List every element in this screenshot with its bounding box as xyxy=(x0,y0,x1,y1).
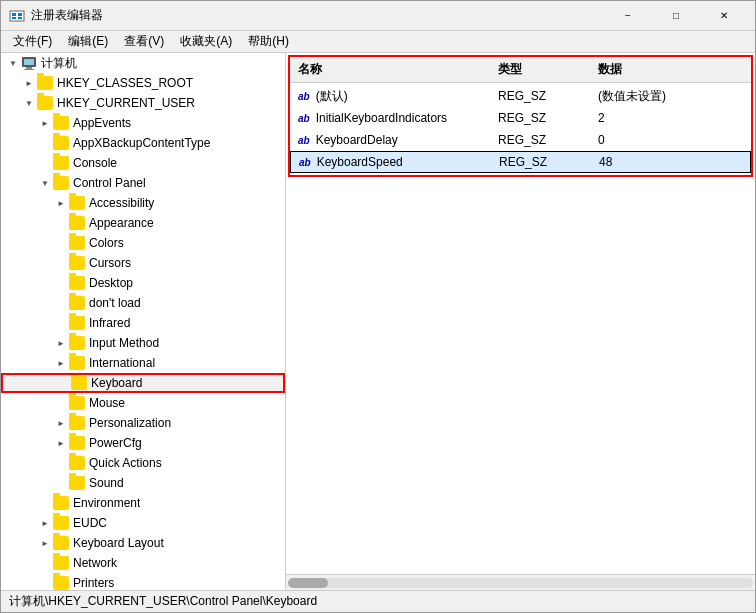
ab-icon-delay: ab xyxy=(298,135,310,146)
folder-icon-infrared xyxy=(69,316,85,330)
data-table: ab (默认) REG_SZ (数值未设置) ab InitialKeyboar… xyxy=(290,83,751,175)
tree-scroll[interactable]: ▼ 计算机 ► HKEY_CLASSES_ROOT xyxy=(1,53,285,590)
hkcu-label: HKEY_CURRENT_USER xyxy=(57,96,195,110)
title-bar-left: 注册表编辑器 xyxy=(9,7,103,24)
cell-name-delay: ab KeyboardDelay xyxy=(298,133,498,147)
tree-node-appevents[interactable]: ► AppEvents xyxy=(1,113,285,133)
mouse-label: Mouse xyxy=(89,396,125,410)
tree-node-console[interactable]: ► Console xyxy=(1,153,285,173)
expand-icon-personalization: ► xyxy=(53,415,69,431)
tree-node-hkcr[interactable]: ► HKEY_CLASSES_ROOT xyxy=(1,73,285,93)
status-text: 计算机\HKEY_CURRENT_USER\Control Panel\Keyb… xyxy=(9,593,317,610)
tree-node-personalization[interactable]: ► Personalization xyxy=(1,413,285,433)
colors-label: Colors xyxy=(89,236,124,250)
table-row[interactable]: ab KeyboardSpeed REG_SZ 48 xyxy=(290,151,751,173)
cell-type-speed: REG_SZ xyxy=(499,155,599,169)
ab-icon-speed: ab xyxy=(299,157,311,168)
tree-node-desktop[interactable]: ► Desktop xyxy=(1,273,285,293)
menu-edit[interactable]: 编辑(E) xyxy=(60,31,116,52)
computer-icon xyxy=(21,55,37,71)
tree-node-international[interactable]: ► International xyxy=(1,353,285,373)
network-label: Network xyxy=(73,556,117,570)
folder-icon-controlpanel xyxy=(53,176,69,190)
folder-icon-console xyxy=(53,156,69,170)
table-row[interactable]: ab KeyboardDelay REG_SZ 0 xyxy=(290,129,751,151)
tree-node-inputmethod[interactable]: ► Input Method xyxy=(1,333,285,353)
folder-icon-dontload xyxy=(69,296,85,310)
cell-type-indicators: REG_SZ xyxy=(498,111,598,125)
cell-name-indicators: ab InitialKeyboardIndicators xyxy=(298,111,498,125)
data-panel: 名称 类型 数据 ab (默认) REG_SZ (数值未设置) xyxy=(286,53,755,590)
tree-node-appearance[interactable]: ► Appearance xyxy=(1,213,285,233)
tree-node-keyboardlayout[interactable]: ► Keyboard Layout xyxy=(1,533,285,553)
folder-icon-inputmethod xyxy=(69,336,85,350)
tree-node-powercfg[interactable]: ► PowerCfg xyxy=(1,433,285,453)
svg-rect-7 xyxy=(26,67,32,69)
tree-node-hkcu[interactable]: ▼ HKEY_CURRENT_USER xyxy=(1,93,285,113)
quickactions-label: Quick Actions xyxy=(89,456,162,470)
tree-node-infrared[interactable]: ► Infrared xyxy=(1,313,285,333)
tree-node-cursors[interactable]: ► Cursors xyxy=(1,253,285,273)
horizontal-scrollbar[interactable] xyxy=(286,574,755,590)
tree-node-sound[interactable]: ► Sound xyxy=(1,473,285,493)
tree-node-accessibility[interactable]: ► Accessibility xyxy=(1,193,285,213)
table-row[interactable]: ab (默认) REG_SZ (数值未设置) xyxy=(290,85,751,107)
cell-value-indicators: 2 xyxy=(598,111,743,125)
header-name: 名称 xyxy=(298,61,498,78)
menu-help[interactable]: 帮助(H) xyxy=(240,31,297,52)
main-window: 注册表编辑器 − □ ✕ 文件(F) 编辑(E) 查看(V) 收藏夹(A) 帮助… xyxy=(0,0,756,613)
svg-rect-8 xyxy=(24,69,34,70)
appearance-label: Appearance xyxy=(89,216,154,230)
folder-icon-quickactions xyxy=(69,456,85,470)
folder-icon-desktop xyxy=(69,276,85,290)
maximize-button[interactable]: □ xyxy=(653,1,699,31)
tree-node-printers[interactable]: ► Printers xyxy=(1,573,285,590)
svg-rect-4 xyxy=(18,17,22,19)
cell-value-default: (数值未设置) xyxy=(598,88,743,105)
tree-node-quickactions[interactable]: ► Quick Actions xyxy=(1,453,285,473)
expand-icon-accessibility: ► xyxy=(53,195,69,211)
tree-node-colors[interactable]: ► Colors xyxy=(1,233,285,253)
folder-icon-hkcu xyxy=(37,96,53,110)
svg-rect-2 xyxy=(18,13,22,16)
menu-favorites[interactable]: 收藏夹(A) xyxy=(172,31,240,52)
keyboardlayout-label: Keyboard Layout xyxy=(73,536,164,550)
window-title: 注册表编辑器 xyxy=(31,7,103,24)
menu-view[interactable]: 查看(V) xyxy=(116,31,172,52)
svg-rect-6 xyxy=(24,59,34,65)
tree-node-controlpanel[interactable]: ▼ Control Panel xyxy=(1,173,285,193)
tree-node-keyboard[interactable]: ► Keyboard xyxy=(1,373,285,393)
table-row[interactable]: ab InitialKeyboardIndicators REG_SZ 2 xyxy=(290,107,751,129)
tree-node-dontload[interactable]: ► don't load xyxy=(1,293,285,313)
main-content: ▼ 计算机 ► HKEY_CLASSES_ROOT xyxy=(1,53,755,590)
cell-type-default: REG_SZ xyxy=(498,89,598,103)
international-label: International xyxy=(89,356,155,370)
close-button[interactable]: ✕ xyxy=(701,1,747,31)
expand-icon-hkcu: ▼ xyxy=(21,95,37,111)
ab-icon-default: ab xyxy=(298,91,310,102)
expand-icon-computer: ▼ xyxy=(5,55,21,71)
folder-icon-powercfg xyxy=(69,436,85,450)
svg-rect-3 xyxy=(12,17,16,19)
scrollbar-thumb[interactable] xyxy=(288,578,328,588)
menu-file[interactable]: 文件(F) xyxy=(5,31,60,52)
tree-node-computer[interactable]: ▼ 计算机 xyxy=(1,53,285,73)
header-data: 数据 xyxy=(598,61,743,78)
expand-icon-appevents: ► xyxy=(37,115,53,131)
tree-node-appxbackup[interactable]: ► AppXBackupContentType xyxy=(1,133,285,153)
folder-icon-eudc xyxy=(53,516,69,530)
folder-icon-colors xyxy=(69,236,85,250)
expand-icon-keyboardlayout: ► xyxy=(37,535,53,551)
folder-icon-personalization xyxy=(69,416,85,430)
tree-node-environment[interactable]: ► Environment xyxy=(1,493,285,513)
minimize-button[interactable]: − xyxy=(605,1,651,31)
status-bar: 计算机\HKEY_CURRENT_USER\Control Panel\Keyb… xyxy=(1,590,755,612)
folder-icon-cursors xyxy=(69,256,85,270)
tree-node-network[interactable]: ► Network xyxy=(1,553,285,573)
tree-node-mouse[interactable]: ► Mouse xyxy=(1,393,285,413)
tree-node-eudc[interactable]: ► EUDC xyxy=(1,513,285,533)
computer-label: 计算机 xyxy=(41,55,77,72)
menu-bar: 文件(F) 编辑(E) 查看(V) 收藏夹(A) 帮助(H) xyxy=(1,31,755,53)
sound-label: Sound xyxy=(89,476,124,490)
folder-icon-network xyxy=(53,556,69,570)
